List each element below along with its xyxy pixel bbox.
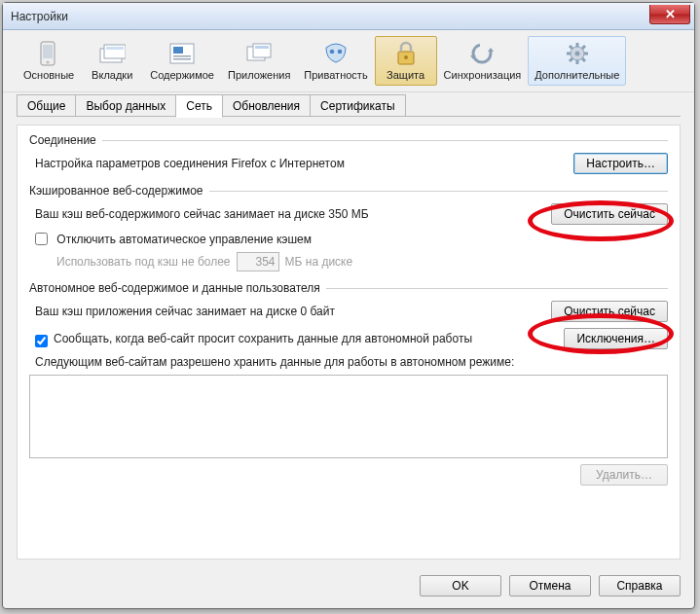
category-toolbar: Основные Вкладки Содержимое Приложения П…: [3, 30, 694, 92]
tabs-icon: [97, 40, 127, 67]
connection-desc: Настройка параметров соединения Firefox …: [29, 157, 573, 170]
cache-limit-label: Использовать под кэш не более: [56, 255, 231, 269]
category-content[interactable]: Содержимое: [143, 36, 221, 86]
svg-rect-1: [43, 45, 53, 58]
group-title: Соединение: [29, 133, 96, 147]
category-applications[interactable]: Приложения: [221, 36, 297, 86]
content-panel: Соединение Настройка параметров соединен…: [17, 125, 681, 560]
lock-icon: [391, 40, 421, 67]
remove-site-button[interactable]: Удалить…: [580, 464, 668, 486]
svg-rect-9: [173, 58, 191, 60]
subtab-certificates[interactable]: Сертификаты: [310, 94, 406, 117]
subtab-data-choices[interactable]: Выбор данных: [75, 94, 176, 117]
svg-line-26: [570, 46, 572, 49]
clear-cache-button[interactable]: Очистить сейчас: [551, 203, 668, 225]
offline-group: Автономное веб-содержимое и данные польз…: [29, 281, 668, 486]
offline-notify-row: Сообщать, когда веб-сайт просит сохранит…: [29, 332, 564, 345]
notify-offline-label: Сообщать, когда веб-сайт просит сохранит…: [54, 332, 472, 345]
category-sync[interactable]: Синхронизация: [437, 36, 529, 86]
category-label: Защита: [387, 69, 424, 81]
window-title: Настройки: [11, 10, 68, 23]
connection-settings-button[interactable]: Настроить…: [573, 153, 668, 174]
subtab-network[interactable]: Сеть: [175, 94, 223, 118]
connection-group: Соединение Настройка параметров соединен…: [29, 133, 668, 174]
override-cache-checkbox[interactable]: [35, 233, 48, 245]
svg-line-28: [582, 46, 585, 49]
svg-rect-5: [106, 47, 124, 50]
subtab-updates[interactable]: Обновления: [222, 94, 311, 117]
divider: [102, 140, 668, 141]
cache-group: Кэшированное веб-содержимое Ваш кэш веб-…: [29, 184, 668, 271]
svg-point-2: [47, 61, 50, 64]
phone-icon: [34, 40, 63, 67]
close-icon: ✕: [665, 7, 676, 21]
ok-button[interactable]: OK: [420, 575, 501, 596]
category-security[interactable]: Защита: [375, 36, 437, 86]
svg-point-17: [473, 45, 491, 62]
category-label: Приложения: [228, 69, 290, 81]
category-label: Синхронизация: [444, 69, 522, 81]
svg-rect-7: [173, 47, 183, 54]
sub-tabs: Общие Выбор данных Сеть Обновления Серти…: [3, 94, 694, 117]
dialog-footer: OK Отмена Справка: [3, 567, 694, 608]
divider: [326, 288, 668, 289]
category-privacy[interactable]: Приватность: [297, 36, 374, 86]
override-cache-label: Отключить автоматическое управление кэше…: [56, 233, 312, 246]
category-general[interactable]: Основные: [17, 36, 81, 86]
svg-marker-18: [488, 48, 494, 52]
svg-point-16: [404, 55, 408, 59]
group-title: Кэшированное веб-содержимое: [29, 184, 203, 198]
category-label: Основные: [23, 69, 74, 81]
cache-usage-text: Ваш кэш веб-содержимого сейчас занимает …: [29, 207, 551, 221]
close-button[interactable]: ✕: [649, 5, 690, 24]
applications-icon: [244, 40, 274, 67]
cache-override-row: Отключить автоматическое управление кэше…: [29, 231, 668, 246]
svg-point-13: [330, 50, 335, 54]
svg-line-27: [582, 58, 585, 61]
notify-offline-checkbox[interactable]: [35, 335, 48, 347]
offline-usage-text: Ваш кэш приложения сейчас занимает на ди…: [29, 305, 551, 318]
svg-rect-8: [173, 55, 191, 57]
svg-point-14: [338, 50, 343, 54]
sync-icon: [467, 40, 497, 67]
gear-icon: [563, 40, 592, 67]
cancel-button[interactable]: Отмена: [509, 575, 591, 596]
cache-limit-input[interactable]: [237, 252, 279, 271]
mask-icon: [321, 40, 350, 67]
help-button[interactable]: Справка: [599, 575, 681, 596]
offline-list-label: Следующим веб-сайтам разрешено хранить д…: [29, 355, 668, 369]
category-label: Приватность: [304, 69, 367, 81]
settings-window: Настройки ✕ Основные Вкладки Содержимое: [2, 2, 695, 609]
content-icon: [167, 40, 197, 67]
titlebar: Настройки ✕: [3, 3, 694, 30]
svg-point-21: [574, 52, 579, 56]
category-tabs[interactable]: Вкладки: [81, 36, 143, 86]
clear-offline-button[interactable]: Очистить сейчас: [551, 301, 668, 322]
group-title: Автономное веб-содержимое и данные польз…: [29, 281, 320, 295]
divider: [209, 191, 668, 192]
offline-sites-list[interactable]: [29, 375, 668, 458]
category-advanced[interactable]: Дополнительные: [528, 36, 626, 86]
cache-limit-suffix: МБ на диске: [285, 255, 353, 269]
category-label: Содержимое: [150, 69, 214, 81]
category-label: Дополнительные: [534, 69, 619, 81]
svg-rect-12: [255, 46, 269, 49]
category-label: Вкладки: [92, 69, 132, 81]
exceptions-button[interactable]: Исключения…: [564, 328, 668, 349]
subtab-general[interactable]: Общие: [17, 94, 76, 117]
svg-line-29: [570, 58, 572, 61]
